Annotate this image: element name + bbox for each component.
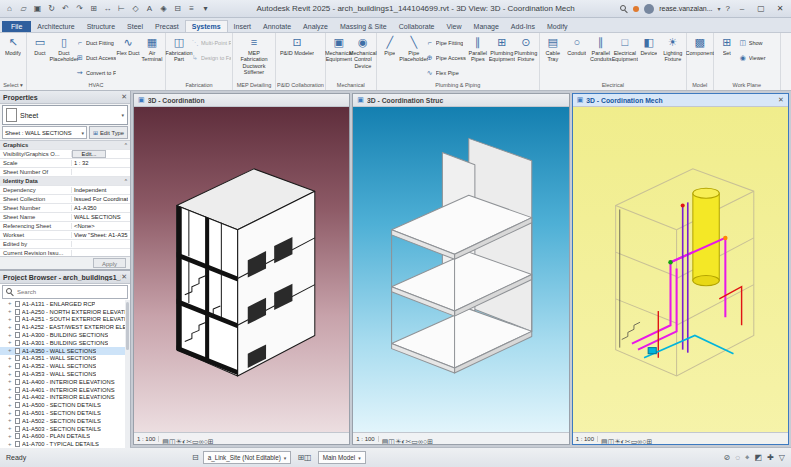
panel-caption-select[interactable]: Select ▾ — [1, 80, 25, 90]
view-scale[interactable]: 1 : 100 — [137, 436, 159, 442]
sheet-tree-item[interactable]: + A1-A250 - NORTH EXTERIOR ELEVATION — [0, 308, 130, 316]
type-selector[interactable]: Sheet ▾ — [2, 105, 128, 125]
close-button[interactable]: ✕ — [773, 4, 787, 13]
sheet-tree-item[interactable]: + A1-A300 - BUILDING SECTIONS — [0, 331, 130, 339]
property-row[interactable]: Graphics ⌃ — [0, 141, 130, 150]
view-canvas-coordination[interactable]: 1 : 100 ▤◫☀◐✂▭∞○⊞ — [134, 107, 349, 444]
select-by-face-icon[interactable]: ◩ — [755, 453, 763, 462]
sheet-tree-item[interactable]: + A1-A501 - SECTION DETAILS — [0, 409, 130, 417]
ribbon-tab[interactable]: Architecture — [31, 21, 80, 32]
panel-caption-plumbing-piping[interactable]: Plumbing & Piping — [378, 80, 538, 90]
expand-icon[interactable]: + — [8, 371, 13, 378]
flex-duct-button[interactable]: ∿Flex Duct — [116, 35, 140, 80]
pipe-button[interactable]: ╱Pipe — [378, 35, 402, 80]
conduit-button[interactable]: ○Conduit — [565, 35, 589, 80]
expand-icon[interactable]: + — [8, 433, 13, 440]
view-canvas-coordination-mech[interactable]: 1 : 100 ▤◫☀◐✂▭∞○⊞ — [573, 107, 788, 444]
parallel-conduits-button[interactable]: ∥Parallel Conduits — [589, 35, 613, 80]
property-row[interactable]: Edited by — [0, 240, 130, 249]
customize-qat-icon[interactable]: ▾ — [200, 4, 211, 13]
signed-in-user[interactable]: rease.vanzalan... — [659, 5, 712, 12]
view-scale[interactable]: 1 : 100 — [576, 436, 598, 442]
cable-tray-button[interactable]: ▤Cable Tray — [541, 35, 565, 80]
drag-on-selection-icon[interactable]: ✚ — [767, 453, 774, 462]
property-row[interactable]: Visibility/Graphics O... Edit... — [0, 150, 130, 159]
panel-caption-model[interactable]: Model — [688, 80, 712, 90]
ribbon-tab[interactable]: View — [441, 21, 468, 32]
view-tab-coordination-struc[interactable]: ▣ 3D - Coordination Struc — [353, 94, 568, 107]
redo-icon[interactable]: ↷ — [74, 4, 85, 13]
fabrication-part-button[interactable]: ◫Fabrication Part — [167, 35, 191, 80]
convert-to-flex-duct-button[interactable]: ⇝Convert to Flex Duct — [76, 65, 116, 80]
undo-icon[interactable]: ↶ — [60, 4, 71, 13]
property-row[interactable]: Current Revision Issu... — [0, 249, 130, 256]
expand-icon[interactable]: + — [8, 316, 13, 323]
sheet-tree-item[interactable]: + A1-A400 - INTERIOR ELEVATIONS — [0, 378, 130, 386]
view-canvas-coordination-struc[interactable]: 1 : 100 ▤◫☀◐✂▭∞○⊞ — [353, 107, 568, 444]
select-underlay-icon[interactable]: ◌ — [735, 453, 740, 462]
ribbon-tab[interactable]: Analyze — [297, 21, 334, 32]
expand-icon[interactable]: + — [8, 355, 13, 362]
component-button[interactable]: ▩Component — [688, 35, 712, 80]
electrical-equipment-button[interactable]: □Electrical Equipment — [613, 35, 637, 80]
panel-caption-work-plane[interactable]: Work Plane — [715, 80, 779, 90]
project-browser-close-icon[interactable]: ✕ — [121, 273, 127, 281]
properties-filter-combo[interactable]: Sheet : WALL SECTIONS ▾ — [2, 126, 87, 139]
type-selector-caret-icon[interactable]: ▾ — [121, 112, 124, 118]
expand-icon[interactable]: + — [8, 378, 13, 385]
visual-style-icon[interactable]: ◫ — [169, 438, 176, 445]
ribbon-tab[interactable]: Systems — [185, 20, 228, 32]
expand-icon[interactable]: + — [8, 386, 13, 393]
worksharing-display-icon[interactable]: ⊞ — [208, 438, 214, 445]
view-tab-coordination[interactable]: ▣ 3D - Coordination — [134, 94, 349, 107]
ribbon-tab[interactable]: Insert — [228, 21, 258, 32]
active-workset-combo[interactable]: a_Link_Site (Not Editable) ▾ — [203, 451, 292, 464]
property-row[interactable]: Sheet Number Of — [0, 168, 130, 177]
show-button[interactable]: ◫Show — [739, 35, 779, 50]
plumbing-fixture-button[interactable]: ⊙Plumbing Fixture — [514, 35, 538, 80]
pipe-placeholder-button[interactable]: ╲Pipe Placeholder — [402, 35, 426, 80]
parallel-pipes-button[interactable]: ∥Parallel Pipes — [466, 35, 490, 80]
sheet-tree-item[interactable]: + A1-A353 - WALL SECTIONS — [0, 370, 130, 378]
property-row[interactable]: Sheet Name WALL SECTIONS — [0, 213, 130, 222]
sheet-tree-item[interactable]: + A1-A401 - INTERIOR ELEVATIONS — [0, 386, 130, 394]
expand-icon[interactable]: + — [8, 300, 13, 307]
print-icon[interactable]: ⊞ — [88, 4, 99, 13]
panel-caption-mep-detailing[interactable]: MEP Detailing — [234, 80, 274, 90]
text-icon[interactable]: A — [144, 4, 155, 13]
sheet-tree-item[interactable]: + A1-A600 - PLAN DETAILS — [0, 433, 130, 441]
mep-fabrication-ductwork-stiffener-button[interactable]: ≡MEP Fabrication Ductwork Stiffener — [234, 35, 274, 80]
save-icon[interactable]: ▣ — [32, 4, 43, 13]
view-close-icon[interactable]: ✕ — [778, 96, 784, 104]
expand-icon[interactable]: + — [8, 363, 13, 370]
apply-button[interactable]: Apply — [93, 258, 126, 268]
duct-accessory-button[interactable]: ⊞Duct Accessory — [76, 50, 116, 65]
scrollbar-thumb[interactable] — [126, 302, 129, 350]
duct-fitting-button[interactable]: ⌐Duct Fitting — [76, 35, 116, 50]
expand-icon[interactable]: + — [8, 339, 13, 346]
search-icon[interactable] — [620, 5, 628, 13]
user-avatar[interactable] — [644, 4, 654, 14]
select-pinned-icon[interactable]: ⌖ — [745, 453, 750, 463]
expand-icon[interactable]: + — [8, 410, 13, 417]
user-menu-caret-icon[interactable]: ▾ — [718, 5, 721, 12]
pipe-fitting-button[interactable]: ⌐Pipe Fitting — [426, 35, 466, 50]
restore-button[interactable]: ▢ — [754, 4, 768, 13]
panel-caption-mechanical[interactable]: Mechanical — [327, 80, 375, 90]
sheet-tree-item[interactable]: + A1-A251 - SOUTH EXTERIOR ELEVATION — [0, 316, 130, 324]
sheet-tree-item[interactable]: + A1-A352 - WALL SECTIONS — [0, 362, 130, 370]
minimize-button[interactable]: – — [735, 4, 749, 13]
property-row[interactable]: Sheet Number A1-A350 — [0, 204, 130, 213]
sheet-tree-item[interactable]: + A1-A301 - BUILDING SECTIONS — [0, 339, 130, 347]
aligned-dimension-icon[interactable]: ⊢ — [116, 4, 127, 13]
section-icon[interactable]: ⊟ — [172, 4, 183, 13]
expand-icon[interactable]: + — [8, 394, 13, 401]
panel-caption-hvac[interactable]: HVAC — [28, 80, 164, 90]
notification-icon[interactable] — [633, 6, 639, 12]
default-3d-view-icon[interactable]: ◈ — [158, 4, 169, 13]
measure-icon[interactable]: ↔ — [102, 4, 113, 13]
expand-icon[interactable]: + — [8, 308, 13, 315]
modify-button[interactable]: ↖Modify — [1, 35, 25, 80]
duct-placeholder-button[interactable]: ▯Duct Placeholder — [52, 35, 76, 80]
project-browser-scrollbar[interactable] — [125, 300, 130, 448]
